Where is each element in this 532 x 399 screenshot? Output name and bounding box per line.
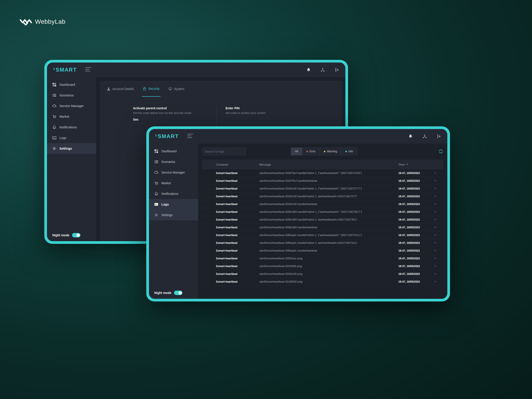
svg-point-17 (55, 118, 56, 118)
table-row[interactable]: 2smart-heartbeat startDeviceHeartbeat 00… (202, 216, 443, 224)
expand-row[interactable] (434, 226, 438, 229)
cell-message: startDeviceHeartbeat 0080aa0c handlePubl… (259, 234, 395, 237)
sidebar-item-scenarios[interactable]: Scenarios (47, 90, 96, 101)
cell-container: 2smart-heartbeat (216, 265, 256, 268)
table-row[interactable]: 2smart-heartbeat startDeviceHeartbeat 00… (202, 185, 443, 193)
search-input[interactable] (205, 150, 242, 153)
svg-rect-11 (54, 94, 56, 95)
chevron-down-icon (434, 249, 437, 252)
expand-row[interactable] (434, 210, 438, 214)
cell-time: 18:47, 16/05/2022 (398, 272, 431, 276)
table-row[interactable]: 2smart-heartbeat startDeviceHeartbeat 00… (202, 208, 443, 216)
sidebar-item-service[interactable]: Service Manager (47, 101, 96, 111)
bell-outline-icon (154, 192, 158, 196)
cell-message: startDeviceHeartbeat 003076c4 handlePubl… (259, 171, 395, 175)
svg-rect-9 (55, 85, 56, 86)
svg-rect-8 (52, 85, 54, 86)
cell-message: startDeviceHeartbeat 003076c4 handleHear… (259, 179, 395, 183)
tab-system[interactable]: System (168, 81, 185, 96)
expand-row[interactable] (434, 257, 438, 260)
table-row[interactable]: 2smart-heartbeat startDeviceHeartbeat 00… (202, 177, 443, 185)
sidebar-item-notifications[interactable]: Notifications (47, 122, 96, 133)
night-mode-toggle[interactable] (72, 233, 81, 237)
table-row[interactable]: 2smart-heartbeat startDeviceHeartbeat 00… (202, 200, 443, 208)
expand-row[interactable] (434, 280, 438, 284)
logs-toolbar: All Error Warning Info (198, 144, 447, 157)
sidebar-item-label: Settings (161, 213, 173, 217)
expand-row[interactable] (434, 272, 438, 276)
cart-icon (154, 181, 158, 185)
bell-icon[interactable] (306, 68, 311, 72)
logout-icon[interactable] (437, 134, 441, 139)
table-row[interactable]: 2smart-heartbeat startDeviceHeartbeat 00… (202, 231, 443, 239)
table-row[interactable]: 2smart-heartbeat startDeviceHeartbeat 00… (202, 169, 443, 177)
cell-message: startDeviceHeartbeat 00561960 handlePubl… (259, 210, 395, 214)
table-row[interactable]: 2smart-heartbeat startDeviceHeartbeat 00… (202, 224, 443, 231)
app-logo[interactable]: 2SMART (155, 133, 179, 139)
cell-message: startDeviceHeartbeat 00561960 handleHear… (259, 226, 395, 229)
cell-message: startDeviceHeartbeat 00561960 handlePubl… (259, 218, 395, 221)
table-row[interactable]: 2smart-heartbeat startDeviceHeartbeat 00… (202, 262, 443, 270)
sidebar-item-label: Scenarios (161, 160, 175, 164)
expand-row[interactable] (434, 179, 438, 183)
expand-row[interactable] (434, 241, 438, 245)
filter-info[interactable]: Info (341, 148, 357, 155)
th-time[interactable]: Time (398, 163, 431, 166)
th-message: Message (259, 163, 395, 166)
table-row[interactable]: 2smart-heartbeat startDeviceHeartbeat 00… (202, 270, 443, 278)
cloud-icon (52, 104, 56, 108)
table-row[interactable]: 2smart-heartbeat startDeviceHeartbeat 00… (202, 247, 443, 255)
bell-icon[interactable] (408, 134, 413, 139)
bell-outline-icon (52, 125, 56, 129)
expand-row[interactable] (434, 218, 438, 222)
sidebar-item-scenarios[interactable]: Scenarios (149, 157, 198, 167)
expand-row[interactable] (434, 234, 438, 237)
sidebar-item-dashboard[interactable]: Dashboard (149, 146, 198, 157)
sidebar-item-market[interactable]: Market (47, 111, 96, 122)
table-row[interactable]: 2smart-heartbeat startDeviceHeartbeat 00… (202, 193, 443, 200)
sidebar-item-logs[interactable]: Logs (149, 199, 198, 210)
night-mode-row: Night mode (47, 229, 96, 241)
filter-error[interactable]: Error (302, 148, 320, 155)
sidebar-item-dashboard[interactable]: Dashboard (47, 79, 96, 90)
sidebar-item-notifications[interactable]: Notifications (149, 188, 198, 199)
menu-toggle[interactable] (85, 67, 92, 73)
menu-toggle[interactable] (187, 133, 194, 139)
filter-all[interactable]: All (291, 148, 302, 155)
cell-time: 18:47, 16/05/2022 (398, 218, 431, 221)
cell-time: 18:47, 16/05/2022 (398, 210, 431, 214)
network-icon[interactable] (321, 68, 325, 72)
sidebar-item-settings[interactable]: Settings (149, 210, 198, 220)
expand-row[interactable] (434, 171, 438, 175)
sidebar-item-logs[interactable]: Logs (47, 133, 96, 143)
expand-row[interactable] (434, 249, 438, 253)
error-dot-icon (306, 151, 308, 152)
device-logs: 2SMART Dashboard Scenarios Service Manag… (146, 126, 450, 301)
expand-row[interactable] (434, 203, 438, 206)
night-mode-toggle[interactable] (174, 291, 183, 295)
sidebar-item-settings[interactable]: Settings (47, 143, 96, 154)
filter-warning[interactable]: Warning (320, 148, 341, 155)
cell-time: 18:47, 16/05/2022 (398, 203, 431, 206)
expand-row[interactable] (434, 187, 438, 190)
expand-row[interactable] (434, 195, 438, 198)
cell-time: 18:47, 16/05/2022 (398, 249, 431, 252)
table-row[interactable]: 2smart-heartbeat startDeviceHeartbeat 00… (202, 255, 443, 262)
sidebar-item-market[interactable]: Market (149, 178, 198, 188)
expand-row[interactable] (434, 265, 438, 268)
app-logo[interactable]: 2SMART (53, 67, 77, 73)
logout-icon[interactable] (335, 68, 339, 72)
network-icon[interactable] (423, 134, 427, 139)
chevron-down-icon (434, 195, 437, 197)
tab-security[interactable]: Security (142, 81, 160, 97)
sidebar-item-label: Scenarios (59, 94, 74, 97)
table-row[interactable]: 2smart-heartbeat startDeviceHeartbeat 00… (202, 278, 443, 286)
svg-rect-38 (156, 163, 158, 163)
monitor-icon (168, 87, 172, 91)
info-dot-icon (345, 151, 347, 152)
table-row[interactable]: 2smart-heartbeat startDeviceHeartbeat 00… (202, 239, 443, 247)
refresh-button[interactable] (438, 149, 443, 154)
search-box[interactable] (202, 147, 246, 155)
tab-account[interactable]: Account Details (106, 81, 135, 96)
sidebar-item-service[interactable]: Service Manager (149, 167, 198, 178)
